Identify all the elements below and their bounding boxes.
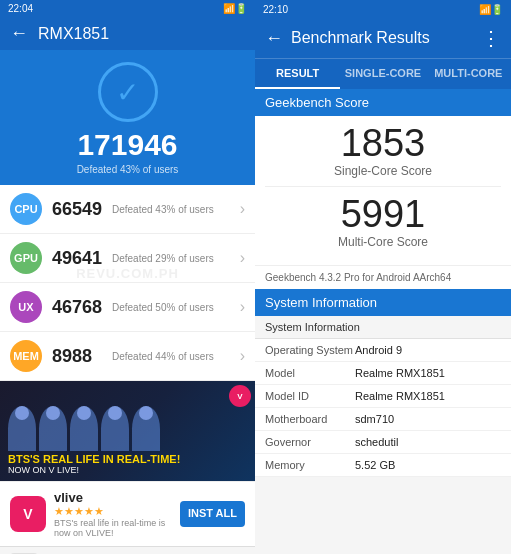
- page-title-right: Benchmark Results: [291, 29, 481, 47]
- cpu-expand-icon[interactable]: ›: [240, 200, 245, 218]
- ux-expand-icon[interactable]: ›: [240, 298, 245, 316]
- info-key-motherboard: Motherboard: [265, 413, 355, 425]
- info-row-memory: Memory 5.52 GB: [255, 454, 511, 477]
- info-row-model-id: Model ID Realme RMX1851: [255, 385, 511, 408]
- metric-ux[interactable]: UX 46768 Defeated 50% of users ›: [0, 283, 255, 332]
- mem-value: 8988: [52, 346, 112, 367]
- ad-banner[interactable]: BTS's REAL LIFE IN REAL-TIME! NOW ON V L…: [0, 381, 255, 481]
- info-val-model-id: Realme RMX1851: [355, 390, 501, 402]
- cpu-icon: CPU: [10, 193, 42, 225]
- metric-mem[interactable]: MEM 8988 Defeated 44% of users ›: [0, 332, 255, 381]
- ux-value: 46768: [52, 297, 112, 318]
- single-core-label: Single-Core Score: [334, 164, 432, 178]
- defeated-text: Defeated 43% of users: [77, 164, 179, 175]
- tabs-row: RESULT SINGLE-CORE MULTI-CORE: [255, 58, 511, 89]
- info-val-motherboard: sdm710: [355, 413, 501, 425]
- mem-icon: MEM: [10, 340, 42, 372]
- info-val-os: Android 9: [355, 344, 501, 356]
- cpu-desc: Defeated 43% of users: [112, 204, 240, 215]
- checkmark-icon: ✓: [116, 76, 139, 109]
- info-key-model-id: Model ID: [265, 390, 355, 402]
- app-name: vlive: [54, 490, 180, 505]
- info-key-memory: Memory: [265, 459, 355, 471]
- total-score: 171946: [77, 128, 177, 162]
- tab-single-core[interactable]: SINGLE-CORE: [340, 59, 425, 89]
- time-left: 22:04: [8, 3, 33, 14]
- mem-expand-icon[interactable]: ›: [240, 347, 245, 365]
- info-val-governor: schedutil: [355, 436, 501, 448]
- info-row-model: Model Realme RMX1851: [255, 362, 511, 385]
- info-key-os: Operating System: [265, 344, 355, 356]
- info-val-memory: 5.52 GB: [355, 459, 501, 471]
- ux-icon: UX: [10, 291, 42, 323]
- single-core-display: 1853 Single-Core Score 5991 Multi-Core S…: [255, 116, 511, 265]
- ux-desc: Defeated 50% of users: [112, 302, 240, 313]
- time-right: 22:10: [263, 4, 288, 15]
- page-title-left: RMX1851: [38, 25, 109, 43]
- back-button-right[interactable]: ←: [265, 28, 283, 49]
- top-bar-left: ← RMX1851: [0, 17, 255, 50]
- info-key-governor: Governor: [265, 436, 355, 448]
- app-info: vlive ★★★★★ BTS's real life in real-time…: [54, 490, 180, 538]
- metrics-list: CPU 66549 Defeated 43% of users › GPU 49…: [0, 185, 255, 381]
- gpu-desc: Defeated 29% of users: [112, 253, 240, 264]
- app-stars: ★★★★★: [54, 505, 180, 518]
- more-options-icon[interactable]: ⋮: [481, 26, 501, 50]
- right-panel: 22:10 📶🔋 ← Benchmark Results ⋮ RESULT SI…: [255, 0, 511, 554]
- left-panel: 22:04 📶🔋 ← RMX1851 ✓ 171946 Defeated 43%…: [0, 0, 255, 554]
- gpu-icon: GPU: [10, 242, 42, 274]
- sys-info-header: System Information: [255, 289, 511, 316]
- score-circle: ✓: [98, 62, 158, 122]
- status-bar-right: 22:10 📶🔋: [255, 0, 511, 18]
- info-row-os: Operating System Android 9: [255, 339, 511, 362]
- status-icons-right: 📶🔋: [479, 4, 503, 15]
- ad-subtitle: NOW ON V LIVE!: [8, 465, 247, 475]
- geekbench-score-header: Geekbench Score: [255, 89, 511, 116]
- multi-core-label: Multi-Core Score: [338, 235, 428, 249]
- cpu-value: 66549: [52, 199, 112, 220]
- app-card: V vlive ★★★★★ BTS's real life in real-ti…: [0, 481, 255, 546]
- install-button[interactable]: INST ALL: [180, 501, 245, 526]
- tab-result[interactable]: RESULT: [255, 59, 340, 89]
- status-icons-left: 📶🔋: [223, 3, 247, 14]
- ad-badge-icon: V: [229, 385, 251, 407]
- info-row-motherboard: Motherboard sdm710: [255, 408, 511, 431]
- info-val-model: Realme RMX1851: [355, 367, 501, 379]
- metric-gpu[interactable]: GPU 49641 Defeated 29% of users ›: [0, 234, 255, 283]
- mem-desc: Defeated 44% of users: [112, 351, 240, 362]
- top-bar-right: ← Benchmark Results ⋮: [255, 18, 511, 58]
- device-verify-bar[interactable]: Device Verification: [0, 546, 255, 554]
- ad-title: BTS's REAL LIFE IN REAL-TIME!: [8, 453, 247, 465]
- geekbench-note: Geekbench 4.3.2 Pro for Android AArch64: [255, 265, 511, 289]
- single-core-score: 1853: [341, 124, 426, 162]
- info-row-governor: Governor schedutil: [255, 431, 511, 454]
- app-icon: V: [10, 496, 46, 532]
- score-section: ✓ 171946 Defeated 43% of users: [0, 50, 255, 185]
- ad-banner-bg: BTS's REAL LIFE IN REAL-TIME! NOW ON V L…: [0, 381, 255, 481]
- back-button-left[interactable]: ←: [10, 23, 28, 44]
- gpu-expand-icon[interactable]: ›: [240, 249, 245, 267]
- ad-people: [8, 406, 247, 451]
- app-desc: BTS's real life in real-time is now on V…: [54, 518, 180, 538]
- gpu-value: 49641: [52, 248, 112, 269]
- score-divider-1: [265, 186, 501, 187]
- metric-cpu[interactable]: CPU 66549 Defeated 43% of users ›: [0, 185, 255, 234]
- sys-info-section-label: System Information: [255, 316, 511, 339]
- multi-core-score: 5991: [341, 195, 426, 233]
- info-key-model: Model: [265, 367, 355, 379]
- tab-multi-core[interactable]: MULTI-CORE: [426, 59, 511, 89]
- status-bar-left: 22:04 📶🔋: [0, 0, 255, 17]
